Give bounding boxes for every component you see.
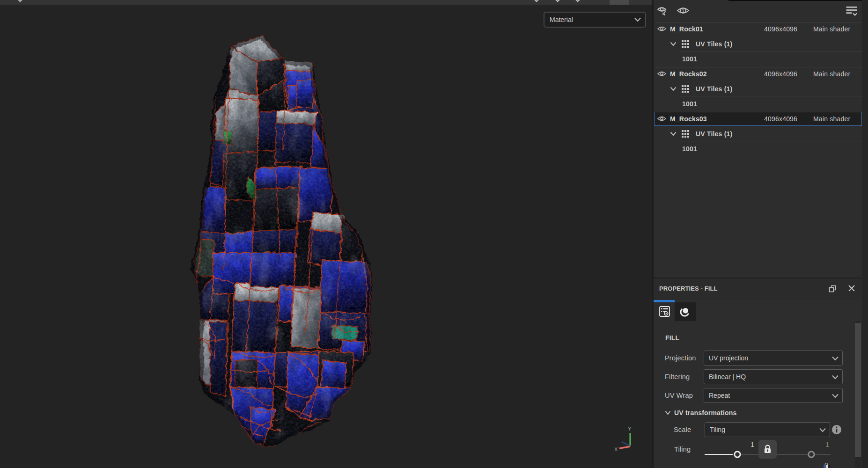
svg-text:Y: Y [628, 426, 632, 431]
svg-text:1: 1 [682, 8, 684, 14]
svg-text:X: X [614, 446, 618, 452]
